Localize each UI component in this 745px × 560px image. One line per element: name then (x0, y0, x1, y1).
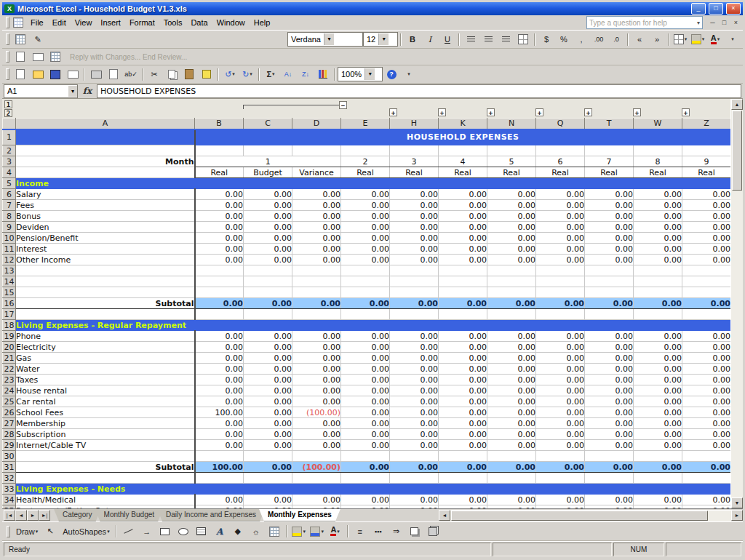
cell[interactable]: 0.00 (195, 211, 244, 222)
cell[interactable]: 0.00 (292, 189, 341, 200)
cell[interactable]: Month (16, 156, 195, 167)
cell[interactable]: 0.00 (585, 505, 634, 509)
cell[interactable] (634, 145, 682, 156)
cell[interactable]: 0.00 (244, 255, 292, 265)
cell[interactable]: 0.00 (585, 233, 634, 244)
cell[interactable]: 0.00 (634, 375, 682, 385)
cell[interactable]: 0.00 (439, 353, 487, 364)
row-header[interactable]: 35 (3, 505, 16, 509)
cell[interactable]: 0.00 (195, 505, 244, 509)
column-header[interactable]: E (341, 119, 390, 129)
cell[interactable]: 0.00 (682, 462, 731, 473)
text-box-icon[interactable] (193, 524, 210, 539)
cell[interactable] (390, 473, 439, 484)
bold-button[interactable]: B (404, 32, 421, 47)
column-header[interactable]: B (195, 119, 244, 129)
cell[interactable]: 0.00 (536, 462, 585, 473)
column-header[interactable]: H (390, 119, 439, 129)
row-header[interactable]: 23 (3, 375, 16, 385)
cell[interactable]: 0.00 (439, 200, 487, 211)
row-header[interactable]: 34 (3, 495, 16, 505)
menu-window[interactable]: Window (212, 17, 250, 28)
cell[interactable]: 0.00 (487, 211, 536, 222)
cell[interactable]: Real (634, 167, 682, 178)
cell[interactable]: 0.00 (292, 255, 341, 265)
cell[interactable] (487, 309, 536, 320)
cell[interactable]: 0.00 (439, 418, 487, 429)
table-edit-icon[interactable] (12, 32, 29, 47)
cell[interactable] (390, 265, 439, 276)
cell[interactable]: 0.00 (195, 233, 244, 244)
cell[interactable] (292, 145, 341, 156)
cell[interactable] (16, 167, 195, 178)
cell[interactable]: 0.00 (244, 342, 292, 353)
cell[interactable] (292, 265, 341, 276)
row-header[interactable]: 32 (3, 473, 16, 484)
cell[interactable]: Health/Medical (16, 495, 195, 505)
cell[interactable]: 0.00 (682, 353, 731, 364)
comment-icon[interactable] (29, 49, 47, 64)
cell[interactable]: 0.00 (536, 200, 585, 211)
cell[interactable]: 0.00 (439, 429, 487, 440)
sort-descending-button[interactable]: Z↓ (297, 67, 314, 81)
column-header[interactable]: C (244, 119, 292, 129)
cell[interactable]: 0.00 (292, 505, 341, 509)
cell[interactable]: 0.00 (634, 331, 682, 342)
first-sheet-icon[interactable]: |◄ (4, 510, 15, 521)
cell[interactable]: 0.00 (195, 385, 244, 396)
cell[interactable]: House rental (16, 385, 195, 396)
cell[interactable]: 0.00 (536, 233, 585, 244)
oval-icon[interactable] (175, 524, 192, 539)
cell[interactable]: 0.00 (439, 407, 487, 418)
font-color-icon[interactable]: A▾ (706, 32, 724, 47)
cell[interactable]: 0.00 (390, 342, 439, 353)
cell[interactable]: (100.00) (292, 462, 341, 473)
cell[interactable]: 0.00 (536, 364, 585, 375)
cell[interactable]: 0.00 (536, 244, 585, 255)
cell[interactable]: 0.00 (195, 342, 244, 353)
cell[interactable] (682, 309, 731, 320)
minimize-button[interactable]: _ (691, 3, 706, 15)
row-header[interactable]: 16 (3, 298, 16, 309)
cell[interactable]: 0.00 (292, 495, 341, 505)
font-name-combo[interactable]: Verdana ▾ (287, 32, 363, 47)
cell[interactable] (439, 309, 487, 320)
scroll-up-icon[interactable]: ▲ (731, 99, 743, 110)
decrease-indent-icon[interactable]: « (631, 32, 648, 47)
rectangle-icon[interactable] (156, 524, 174, 539)
cell[interactable] (292, 473, 341, 484)
cell[interactable]: 0.00 (634, 418, 682, 429)
cell[interactable]: 0.00 (585, 418, 634, 429)
cell[interactable] (292, 309, 341, 320)
cell[interactable]: 0.00 (341, 375, 390, 385)
cell[interactable]: 0.00 (682, 298, 731, 309)
cell[interactable] (536, 276, 585, 287)
cell[interactable]: 0.00 (439, 244, 487, 255)
cell[interactable]: 0.00 (195, 222, 244, 233)
cell[interactable]: Gas (16, 353, 195, 364)
cell[interactable] (16, 309, 195, 320)
column-header[interactable]: W (634, 119, 682, 129)
cell[interactable]: 0.00 (682, 189, 731, 200)
cell[interactable] (390, 451, 439, 462)
cell[interactable]: 0.00 (682, 396, 731, 407)
scroll-right-icon[interactable]: ► (731, 510, 743, 521)
print-preview-icon[interactable] (105, 67, 122, 81)
cell[interactable] (487, 473, 536, 484)
merge-center-icon[interactable] (514, 32, 532, 47)
cell[interactable]: 0.00 (682, 385, 731, 396)
cell[interactable]: 0.00 (341, 505, 390, 509)
cell[interactable]: 0.00 (487, 375, 536, 385)
cell[interactable]: 0.00 (341, 364, 390, 375)
cell[interactable]: 0.00 (634, 407, 682, 418)
cell[interactable]: 0.00 (292, 200, 341, 211)
column-header[interactable]: N (487, 119, 536, 129)
cell[interactable]: 0.00 (634, 429, 682, 440)
cell[interactable]: 0.00 (487, 233, 536, 244)
cell[interactable]: Real (682, 167, 731, 178)
scroll-left-icon[interactable]: ◄ (439, 510, 450, 521)
select-all-corner[interactable] (3, 119, 16, 129)
outline-level-button[interactable]: 1 (4, 100, 12, 108)
cell[interactable]: Real (439, 167, 487, 178)
cell[interactable]: 0.00 (634, 495, 682, 505)
